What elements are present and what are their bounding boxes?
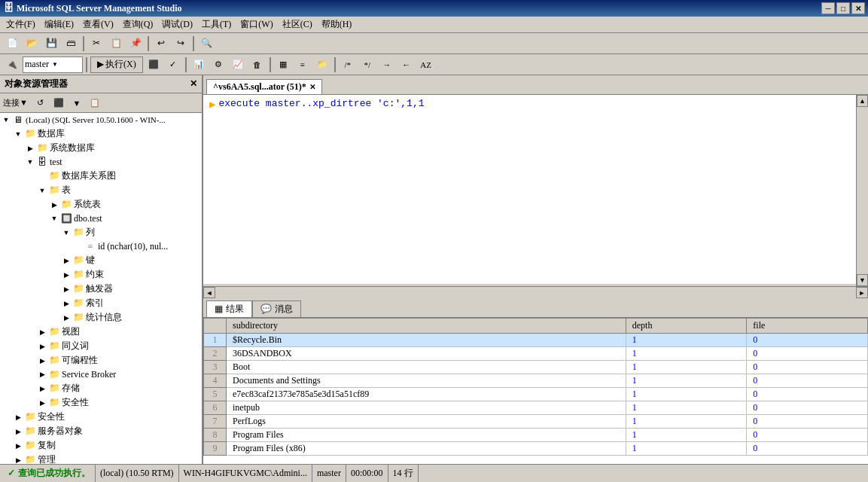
report-panel-btn[interactable]: 📋 xyxy=(87,96,103,111)
prog-toggle-icon[interactable]: ▶ xyxy=(36,355,48,367)
results-to-file-btn[interactable]: 📁 xyxy=(313,56,331,73)
tree-databases[interactable]: ▼ 📁 数据库 xyxy=(0,127,202,141)
refresh-panel-btn[interactable]: ↺ xyxy=(32,96,49,111)
col-header-file[interactable]: file xyxy=(747,319,868,334)
close-button[interactable]: ✕ xyxy=(851,2,865,14)
stats-toggle-icon[interactable]: ▶ xyxy=(60,312,72,324)
tree-keys[interactable]: ▶ 📁 键 xyxy=(0,253,202,267)
panel-close-icon[interactable]: ✕ xyxy=(190,78,197,90)
mgmt-toggle-icon[interactable]: ▶ xyxy=(12,454,24,465)
az-btn[interactable]: AZ xyxy=(417,56,435,73)
save-all-button[interactable]: 🗃 xyxy=(62,35,80,52)
menu-query[interactable]: 查询(Q) xyxy=(118,17,158,32)
menu-tools[interactable]: 工具(T) xyxy=(197,17,236,32)
tables-toggle-icon[interactable]: ▼ xyxy=(36,185,48,197)
cols-toggle-icon[interactable]: ▼ xyxy=(60,227,72,239)
table-row[interactable]: 7PerfLogs10 xyxy=(204,415,868,429)
testdb-toggle-icon[interactable]: ▼ xyxy=(24,156,36,168)
tab-close-icon[interactable]: ✕ xyxy=(309,83,315,91)
hscroll-right-btn[interactable]: ► xyxy=(856,287,868,298)
indexes-toggle-icon[interactable]: ▶ xyxy=(60,297,72,310)
table-row[interactable]: 1$Recycle.Bin10 xyxy=(204,334,868,347)
tree-dbo-test[interactable]: ▼ 🔲 dbo.test xyxy=(0,212,202,225)
redo-button[interactable]: ↪ xyxy=(172,35,190,52)
outdent-btn[interactable]: ← xyxy=(397,56,416,73)
storage-toggle-icon[interactable]: ▶ xyxy=(36,383,48,395)
scroll-down-btn[interactable]: ▼ xyxy=(857,274,868,286)
display-estimated-btn[interactable]: 📊 xyxy=(190,56,208,73)
table-row[interactable]: 4Documents and Settings10 xyxy=(204,374,868,388)
connection-btn[interactable]: 🔌 xyxy=(3,56,21,73)
tree-service-broker[interactable]: ▶ 📁 Service Broker xyxy=(0,368,202,381)
tree-server-security[interactable]: ▶ 📁 安全性 xyxy=(0,410,202,424)
srvsec-toggle-icon[interactable]: ▶ xyxy=(12,411,24,423)
diagram-toggle-icon[interactable] xyxy=(36,170,48,182)
editor-scrollbar[interactable]: ▲ ▼ xyxy=(856,95,868,286)
menu-community[interactable]: 社区(C) xyxy=(278,17,317,32)
root-toggle-icon[interactable]: ▼ xyxy=(0,114,12,126)
tree-tables[interactable]: ▼ 📁 表 xyxy=(0,183,202,197)
save-button[interactable]: 💾 xyxy=(42,35,60,52)
menu-debug[interactable]: 调试(D) xyxy=(157,17,197,32)
stop-btn[interactable]: ⬛ xyxy=(145,56,163,73)
col-header-subdirectory[interactable]: subdirectory xyxy=(227,319,626,334)
tree-db-security[interactable]: ▶ 📁 安全性 xyxy=(0,395,202,410)
tree-system-databases[interactable]: ▶ 📁 系统数据库 xyxy=(0,141,202,155)
database-dropdown[interactable]: master ▼ xyxy=(23,56,83,73)
filter-panel-btn[interactable]: ▼ xyxy=(69,96,85,111)
constraints-toggle-icon[interactable]: ▶ xyxy=(60,269,72,281)
srvobj-toggle-icon[interactable]: ▶ xyxy=(12,426,24,438)
sysdb-toggle-icon[interactable]: ▶ xyxy=(24,142,36,154)
minimize-button[interactable]: ─ xyxy=(821,2,835,14)
col-header-depth[interactable]: depth xyxy=(626,319,747,334)
table-row[interactable]: 5e7ec83caf21373e785a5e3d15a51cf8910 xyxy=(204,388,868,401)
paste-button[interactable]: 📌 xyxy=(126,35,145,52)
broker-toggle-icon[interactable]: ▶ xyxy=(36,368,48,380)
tree-columns[interactable]: ▼ 📁 列 xyxy=(0,225,202,239)
results-to-grid-btn[interactable]: ▦ xyxy=(274,56,292,73)
menu-window[interactable]: 窗口(W) xyxy=(236,17,277,32)
results-tab-messages[interactable]: 💬 消息 xyxy=(252,300,301,317)
tree-test-db[interactable]: ▼ 🗄 test xyxy=(0,155,202,169)
menu-file[interactable]: 文件(F) xyxy=(2,17,40,32)
undo-button[interactable]: ↩ xyxy=(152,35,170,52)
uncomment-btn[interactable]: */ xyxy=(358,56,376,73)
tree-management[interactable]: ▶ 📁 管理 xyxy=(0,453,202,464)
clear-results-btn[interactable]: 🗑 xyxy=(248,56,266,73)
synonyms-toggle-icon[interactable]: ▶ xyxy=(36,340,48,352)
open-file-button[interactable]: 📂 xyxy=(23,35,41,52)
tree-replication[interactable]: ▶ 📁 复制 xyxy=(0,438,202,453)
repl-toggle-icon[interactable]: ▶ xyxy=(12,440,24,452)
comment-btn[interactable]: /* xyxy=(339,56,357,73)
table-row[interactable]: 8Program Files10 xyxy=(204,429,868,442)
tree-col-id[interactable]: ≡ id (nchar(10), nul... xyxy=(0,239,202,253)
stop-panel-btn[interactable]: ⬛ xyxy=(50,96,67,111)
tree-diagram[interactable]: 📁 数据库关系图 xyxy=(0,169,202,183)
results-tab-grid[interactable]: ▦ 结果 xyxy=(206,300,252,317)
tree-views[interactable]: ▶ 📁 视图 xyxy=(0,325,202,339)
maximize-button[interactable]: □ xyxy=(836,2,850,14)
dbsec-toggle-icon[interactable]: ▶ xyxy=(36,397,48,409)
keys-toggle-icon[interactable]: ▶ xyxy=(60,255,72,267)
menu-view[interactable]: 查看(V) xyxy=(78,17,118,32)
databases-toggle-icon[interactable]: ▼ xyxy=(12,128,24,140)
table-row[interactable]: 6inetpub10 xyxy=(204,401,868,415)
dbotest-toggle-icon[interactable]: ▼ xyxy=(48,212,60,224)
table-row[interactable]: 236DSANDBOX10 xyxy=(204,347,868,361)
systables-toggle-icon[interactable]: ▶ xyxy=(48,199,60,211)
tree-storage[interactable]: ▶ 📁 存储 xyxy=(0,381,202,395)
tree-synonyms[interactable]: ▶ 📁 同义词 xyxy=(0,339,202,353)
execute-button[interactable]: ▶ 执行(X) xyxy=(90,56,143,73)
tree-server-objects[interactable]: ▶ 📁 服务器对象 xyxy=(0,424,202,438)
include-actual-btn[interactable]: 📈 xyxy=(229,56,247,73)
tree-constraints[interactable]: ▶ 📁 约束 xyxy=(0,267,202,282)
options-btn[interactable]: ⚙ xyxy=(209,56,227,73)
query-tab[interactable]: ^vs6AA5.sql...ator (51)* ✕ xyxy=(206,79,322,94)
new-query-button[interactable]: 📄 xyxy=(3,35,21,52)
triggers-toggle-icon[interactable]: ▶ xyxy=(60,283,72,295)
indent-btn[interactable]: → xyxy=(378,56,396,73)
scroll-up-btn[interactable]: ▲ xyxy=(857,95,868,107)
tree-statistics[interactable]: ▶ 📁 统计信息 xyxy=(0,310,202,325)
table-row[interactable]: 9Program Files (x86)10 xyxy=(204,442,868,456)
parse-btn[interactable]: ✓ xyxy=(164,56,182,73)
